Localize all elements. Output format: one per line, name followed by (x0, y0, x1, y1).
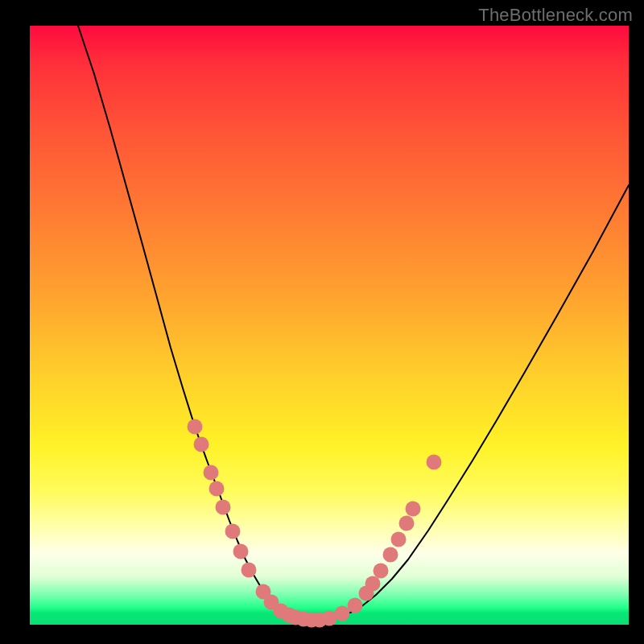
marker-dot (391, 532, 407, 547)
highlight-dots (188, 419, 442, 628)
marker-dot (242, 563, 257, 578)
marker-dot (348, 598, 363, 613)
watermark-text: TheBottleneck.com (478, 5, 633, 26)
marker-dot (365, 576, 381, 592)
marker-dot (194, 437, 209, 452)
marker-dot (399, 516, 415, 531)
marker-dot (209, 481, 225, 497)
marker-dot (188, 419, 203, 435)
marker-dot (335, 606, 350, 621)
marker-dot (225, 524, 241, 539)
marker-dot (216, 500, 231, 515)
marker-dot (427, 455, 442, 470)
marker-dot (204, 465, 219, 481)
plot-area (30, 26, 629, 625)
marker-dot (374, 564, 389, 579)
outer-frame: TheBottleneck.com (0, 0, 644, 644)
marker-dot (406, 502, 421, 517)
marker-dot (383, 547, 398, 563)
bottleneck-curve (78, 26, 629, 621)
curve-layer (30, 26, 629, 625)
marker-dot (233, 544, 249, 559)
